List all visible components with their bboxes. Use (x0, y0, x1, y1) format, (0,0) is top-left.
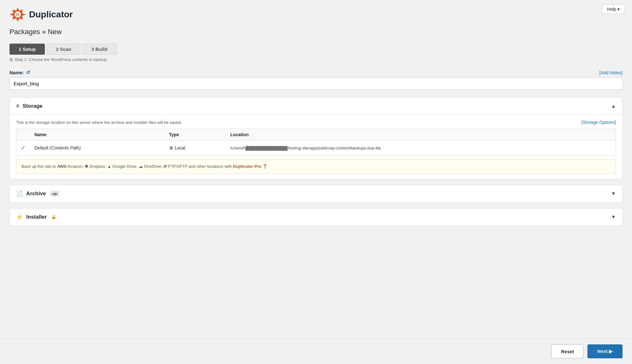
duplicator-logo-icon: D (9, 6, 26, 23)
row-check: ✓ (16, 141, 30, 155)
installer-section-header[interactable]: ⚡ Installer 🔒 ▼ (10, 209, 622, 226)
step-hint: ⊞ Step 1: Choose the WordPress contents … (9, 57, 623, 62)
storage-section-header[interactable]: ≡ Storage ▲ (10, 98, 622, 115)
installer-title: Installer (26, 214, 47, 220)
app-title: Duplicator (29, 9, 73, 20)
col-type: Type (165, 129, 226, 141)
row-location: /Users/h▓▓▓▓▓▓▓▓▓▓▓▓▓▓/testing-site/app/… (226, 141, 616, 155)
name-refresh-icon[interactable]: ↺ (26, 70, 30, 76)
logo-area: D Duplicator (9, 6, 623, 23)
installer-section: ⚡ Installer 🔒 ▼ (9, 208, 623, 226)
archive-chevron-icon: ▼ (611, 191, 616, 197)
duplicator-pro-link[interactable]: Duplicator Pro (233, 164, 261, 169)
archive-section-header[interactable]: 📄 Archive zip ▼ (10, 185, 622, 202)
name-row: Name: ↺ [Add Notes] (9, 70, 623, 76)
next-button[interactable]: Next ▶ (587, 344, 623, 358)
breadcrumb: Packages » New (9, 28, 623, 36)
col-location: Location (226, 129, 616, 141)
reset-button[interactable]: Reset (551, 344, 584, 358)
row-type: 🖥 Local (165, 141, 226, 155)
archive-section: 📄 Archive zip ▼ (9, 185, 623, 203)
storage-section-body: This is the storage location on this ser… (10, 115, 622, 179)
table-row: ✓ Default (Contents Path) 🖥 Local /Users… (16, 141, 616, 155)
archive-zip-badge: zip (50, 191, 59, 196)
archive-icon: 📄 (16, 190, 23, 197)
footer-buttons: Reset Next ▶ (0, 338, 632, 364)
lock-icon: 🔒 (51, 215, 56, 219)
help-icon: ❓ (262, 164, 267, 169)
step-build[interactable]: 3 Build (82, 44, 117, 55)
archive-title: Archive (26, 191, 46, 197)
storage-title: Storage (23, 103, 43, 109)
local-drive-icon: 🖥 (169, 145, 175, 150)
storage-icon: ≡ (16, 103, 20, 109)
storage-options-link[interactable]: [Storage Options] (581, 120, 616, 125)
promo-banner: Back up this site to AWS Amazon, ❋ Dropb… (16, 159, 616, 174)
svg-text:D: D (16, 12, 19, 17)
wp-icon: ⊞ (9, 57, 13, 62)
installer-icon: ⚡ (16, 214, 23, 221)
step-setup[interactable]: 1 Setup (9, 44, 45, 55)
col-check (16, 129, 30, 141)
package-name-input[interactable] (9, 77, 623, 90)
row-name: Default (Contents Path) (30, 141, 165, 155)
steps-bar: 1 Setup 2 Scan 3 Build (9, 44, 623, 55)
storage-description: This is the storage location on this ser… (16, 120, 182, 125)
col-name: Name (30, 129, 165, 141)
help-button[interactable]: Help ▾ (602, 4, 624, 14)
step-scan[interactable]: 2 Scan (47, 44, 80, 55)
name-label: Name: ↺ (9, 70, 30, 76)
storage-section: ≡ Storage ▲ This is the storage location… (9, 97, 623, 179)
storage-chevron-icon: ▲ (611, 103, 616, 109)
installer-chevron-icon: ▼ (611, 214, 616, 220)
storage-table: Name Type Location ✓ Default (Contents P… (16, 129, 616, 155)
add-notes-link[interactable]: [Add Notes] (599, 70, 623, 75)
